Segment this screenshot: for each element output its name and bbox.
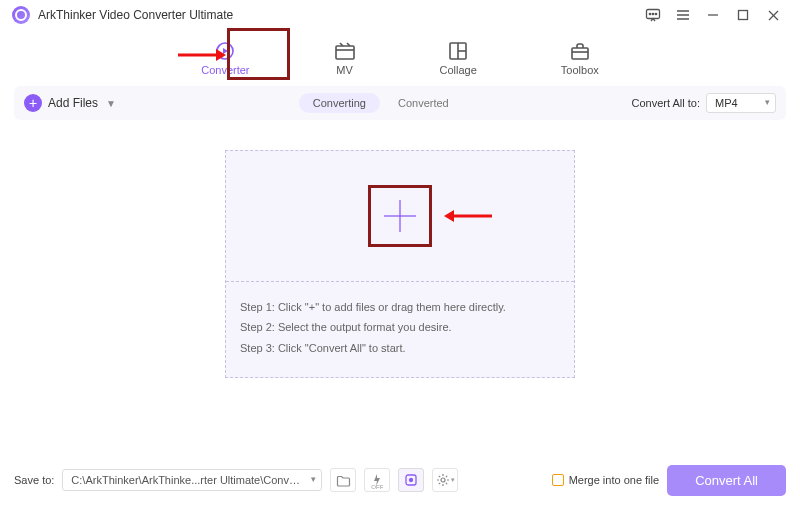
step-text: Step 2: Select the output format you des… [240, 320, 560, 334]
tab-converted[interactable]: Converted [398, 97, 449, 109]
convert-all-to-label: Convert All to: [632, 97, 700, 109]
annotation-arrow-icon [444, 209, 492, 227]
nav-toolbox[interactable]: Toolbox [549, 35, 611, 82]
convert-all-to: Convert All to: MP4 [632, 93, 776, 113]
toolbar: + Add Files ▼ Converting Converted Conve… [14, 86, 786, 120]
maximize-button[interactable] [728, 0, 758, 30]
nav-label: Collage [440, 64, 477, 76]
mv-icon [334, 41, 356, 61]
step-text: Step 1: Click "+" to add files or drag t… [240, 300, 560, 314]
svg-marker-12 [216, 49, 226, 61]
menu-icon[interactable] [668, 0, 698, 30]
merge-label: Merge into one file [569, 474, 660, 486]
svg-rect-14 [336, 46, 354, 59]
add-files-plus[interactable] [370, 186, 430, 246]
svg-rect-19 [572, 48, 588, 59]
convert-all-button[interactable]: Convert All [667, 465, 786, 496]
toolbox-icon [569, 41, 591, 61]
close-button[interactable] [758, 0, 788, 30]
svg-point-27 [441, 478, 445, 482]
footer: Save to: C:\ArkThinker\ArkThinke...rter … [0, 453, 800, 507]
svg-point-3 [655, 13, 656, 14]
high-speed-button[interactable] [398, 468, 424, 492]
app-title: ArkThinker Video Converter Ultimate [38, 8, 233, 22]
nav-label: Toolbox [561, 64, 599, 76]
minimize-button[interactable] [698, 0, 728, 30]
annotation-arrow-icon [178, 48, 226, 66]
svg-point-26 [410, 479, 413, 482]
dropzone[interactable]: Step 1: Click "+" to add files or drag t… [225, 150, 575, 378]
save-to-label: Save to: [14, 474, 54, 486]
plus-icon: + [24, 94, 42, 112]
feedback-icon[interactable] [638, 0, 668, 30]
titlebar: ArkThinker Video Converter Ultimate [0, 0, 800, 30]
tab-converting[interactable]: Converting [299, 93, 380, 113]
nav-mv[interactable]: MV [322, 35, 368, 82]
nav-label: MV [336, 64, 353, 76]
open-folder-button[interactable] [330, 468, 356, 492]
svg-point-1 [649, 13, 650, 14]
merge-checkbox[interactable]: Merge into one file [552, 474, 660, 486]
add-files-button[interactable]: + Add Files ▼ [24, 94, 116, 112]
nav-collage[interactable]: Collage [428, 35, 489, 82]
main-nav: Converter MV Collage Toolbox [0, 30, 800, 86]
svg-point-2 [652, 13, 653, 14]
settings-button[interactable]: ▾ [432, 468, 458, 492]
app-logo-icon [12, 6, 30, 24]
checkbox-icon [552, 474, 564, 486]
dropzone-upper [226, 151, 574, 281]
svg-marker-22 [444, 210, 454, 222]
add-files-label: Add Files [48, 96, 98, 110]
step-text: Step 3: Click "Convert All" to start. [240, 341, 560, 355]
chevron-down-icon: ▼ [106, 98, 116, 109]
save-path-dropdown[interactable]: C:\ArkThinker\ArkThinke...rter Ultimate\… [62, 469, 322, 491]
instructions: Step 1: Click "+" to add files or drag t… [226, 281, 574, 377]
status-tabs: Converting Converted [299, 93, 449, 113]
svg-rect-8 [739, 11, 748, 20]
collage-icon [447, 41, 469, 61]
format-dropdown[interactable]: MP4 [706, 93, 776, 113]
hw-accel-button[interactable]: OFF [364, 468, 390, 492]
